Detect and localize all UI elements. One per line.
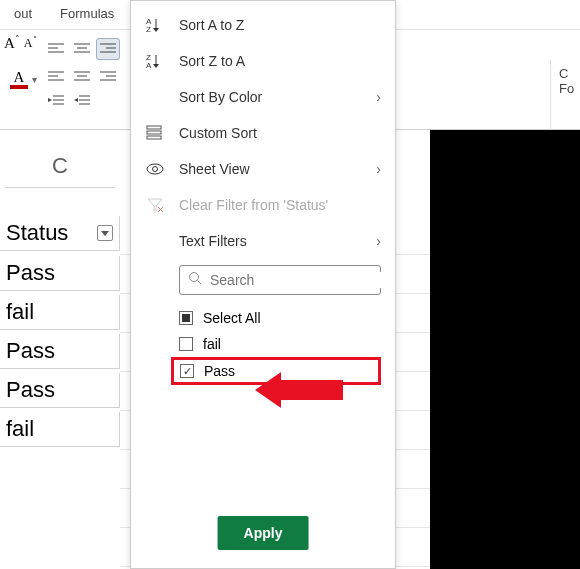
align-top-right-button[interactable]: [96, 38, 120, 60]
menu-label: Sheet View: [179, 161, 362, 177]
sort-a-to-z-item[interactable]: AZ Sort A to Z: [131, 7, 395, 43]
svg-marker-21: [48, 98, 52, 102]
svg-marker-25: [74, 98, 78, 102]
checkbox-unchecked-icon: [179, 337, 193, 351]
svg-text:A: A: [146, 61, 152, 70]
custom-sort-icon: [145, 123, 165, 143]
font-color-swatch: [10, 85, 28, 89]
svg-point-38: [147, 164, 163, 174]
cell-header-status[interactable]: Status: [0, 216, 120, 251]
svg-marker-45: [255, 372, 343, 408]
sort-z-to-a-item[interactable]: ZA Sort Z to A: [131, 43, 395, 79]
filter-search-input[interactable]: [210, 272, 385, 288]
svg-rect-37: [147, 136, 161, 139]
font-color-button[interactable]: A: [10, 70, 28, 89]
eye-icon: [145, 159, 165, 179]
align-middle-center-button[interactable]: [70, 64, 94, 86]
menu-label: Sort By Color: [179, 89, 362, 105]
align-middle-left-button[interactable]: [44, 64, 68, 86]
chevron-right-icon: ›: [376, 233, 381, 249]
menu-label: Custom Sort: [179, 125, 381, 141]
clear-filter-item: Clear Filter from 'Status': [131, 187, 395, 223]
checkbox-indeterminate-icon: [179, 311, 193, 325]
svg-line-44: [198, 281, 202, 285]
svg-rect-35: [147, 126, 161, 129]
filter-option-label: Select All: [203, 310, 261, 326]
clear-filter-icon: [145, 195, 165, 215]
annotation-arrow: [255, 368, 345, 416]
menu-label: Clear Filter from 'Status': [179, 197, 381, 213]
svg-marker-26: [101, 231, 109, 236]
align-top-center-button[interactable]: [70, 38, 94, 60]
cell-row-1[interactable]: Pass: [0, 256, 120, 291]
filter-option-fail[interactable]: fail: [179, 331, 381, 357]
svg-rect-36: [147, 131, 161, 134]
chevron-right-icon: ›: [376, 89, 381, 105]
text-filters-item[interactable]: Text Filters ›: [131, 223, 395, 259]
filter-dropdown-button[interactable]: [97, 225, 113, 241]
filter-option-label: fail: [203, 336, 221, 352]
svg-point-43: [190, 273, 199, 282]
indent-increase-button[interactable]: [70, 90, 94, 112]
blank-icon: [145, 87, 165, 107]
font-size-decrease-button[interactable]: A˅: [24, 35, 37, 51]
cell-row-4[interactable]: Pass: [0, 373, 120, 408]
obscured-region: [430, 130, 580, 569]
svg-marker-34: [153, 64, 159, 68]
ribbon-tab-formulas[interactable]: Formulas: [46, 0, 128, 29]
svg-marker-30: [153, 28, 159, 32]
menu-label: Sort Z to A: [179, 53, 381, 69]
menu-label: Sort A to Z: [179, 17, 381, 33]
align-top-left-button[interactable]: [44, 38, 68, 60]
filter-option-select-all[interactable]: Select All: [179, 305, 381, 331]
font-size-increase-button[interactable]: A˄: [4, 34, 20, 52]
menu-label: Text Filters: [179, 233, 362, 249]
chevron-down-icon[interactable]: ▾: [32, 74, 37, 85]
svg-point-39: [153, 167, 158, 172]
header-label: Status: [6, 220, 68, 246]
filter-search-box[interactable]: [179, 265, 381, 295]
ribbon-tab-layout[interactable]: out: [0, 0, 46, 29]
align-middle-right-button[interactable]: [96, 64, 120, 86]
filter-option-label: Pass: [204, 363, 235, 379]
indent-decrease-button[interactable]: [44, 90, 68, 112]
cell-row-2[interactable]: fail: [0, 295, 120, 330]
sort-za-icon: ZA: [145, 51, 165, 71]
sheet-view-item[interactable]: Sheet View ›: [131, 151, 395, 187]
filter-dropdown-panel: AZ Sort A to Z ZA Sort Z to A Sort By Co…: [130, 0, 396, 569]
checkbox-checked-icon: [180, 364, 194, 378]
cell-row-3[interactable]: Pass: [0, 334, 120, 369]
blank-icon: [145, 231, 165, 251]
svg-text:Z: Z: [146, 25, 151, 34]
apply-button[interactable]: Apply: [218, 516, 309, 550]
cell-row-5[interactable]: fail: [0, 412, 120, 447]
chevron-right-icon: ›: [376, 161, 381, 177]
sort-by-color-item[interactable]: Sort By Color ›: [131, 79, 395, 115]
custom-sort-item[interactable]: Custom Sort: [131, 115, 395, 151]
sort-az-icon: AZ: [145, 15, 165, 35]
search-icon: [188, 271, 202, 289]
column-header-c[interactable]: C: [5, 145, 115, 188]
